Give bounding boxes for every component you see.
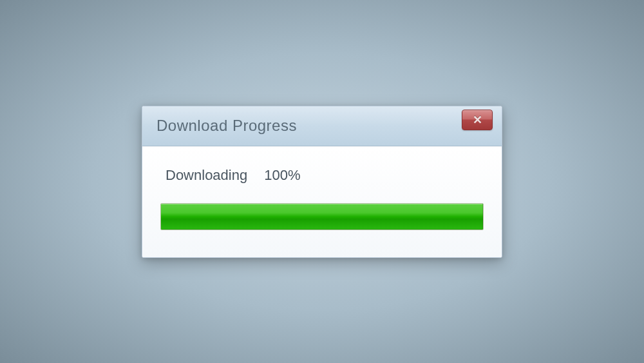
download-progress-dialog: Download Progress ✕ Downloading 100% (142, 106, 502, 258)
close-icon: ✕ (473, 114, 482, 126)
dialog-title: Download Progress (156, 117, 297, 135)
progress-fill (161, 204, 483, 230)
close-button[interactable]: ✕ (462, 110, 493, 130)
progress-bar (160, 203, 484, 230)
status-label: Downloading (166, 167, 247, 184)
status-row: Downloading 100% (160, 167, 484, 184)
dialog-content: Downloading 100% (142, 146, 502, 257)
titlebar: Download Progress ✕ (142, 106, 502, 146)
percent-value: 100% (264, 167, 300, 184)
